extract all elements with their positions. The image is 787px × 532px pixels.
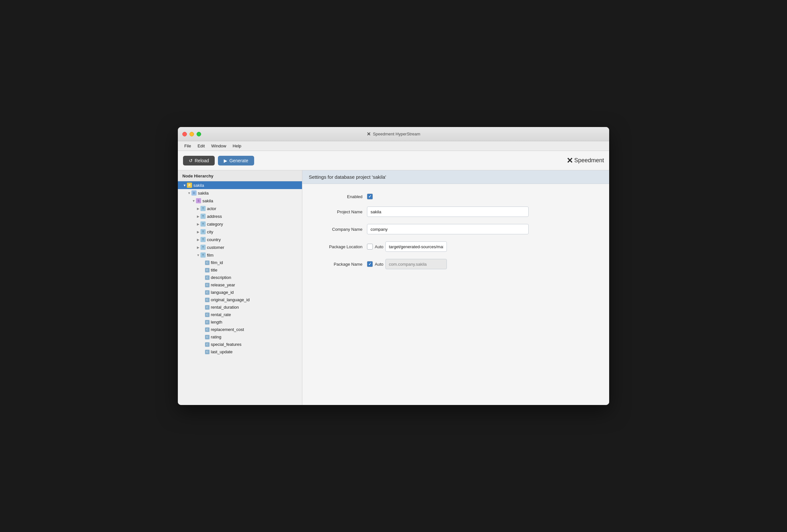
column-icon: C [205,320,210,325]
speedment-logo: ✕ Speedment [567,156,604,165]
tree-item-actor[interactable]: ▶ T actor [178,205,302,212]
menu-file[interactable]: File [181,142,194,149]
menu-edit[interactable]: Edit [194,142,208,149]
tree-item-rental-duration[interactable]: ▶ C rental_duration [178,304,302,311]
tree-label: film [207,253,213,258]
package-name-auto-checkbox[interactable]: ✓ [367,261,373,267]
column-icon: C [205,283,210,287]
package-name-label: Package Name [315,262,367,267]
close-button[interactable] [183,132,187,136]
tree-item-city[interactable]: ▶ T city [178,228,302,236]
package-name-row: Package Name ✓ Auto [315,259,596,269]
column-icon: C [205,313,210,317]
tree-item-language-id[interactable]: ▶ C language_id [178,289,302,296]
tree-item-title[interactable]: ▶ C title [178,266,302,274]
tree-item-length[interactable]: ▶ C length [178,318,302,326]
tree-item-description[interactable]: ▶ C description [178,274,302,281]
tree-label: country [207,237,221,242]
tree-label: sakila [198,191,209,196]
toolbar-left: ↺ Reload ▶ Generate [183,156,254,165]
generate-icon: ▶ [224,158,227,163]
chevron-down-icon: ▼ [187,191,191,195]
menu-help[interactable]: Help [230,142,245,149]
tree-label: rating [211,334,221,339]
tree-label: language_id [211,290,234,295]
chevron-down-icon: ▼ [191,199,196,203]
reload-label: Reload [195,158,209,163]
tree-item-release-year[interactable]: ▶ C release_year [178,281,302,289]
tree-item-special-features[interactable]: ▶ C special_features [178,341,302,348]
main-window: ✕ Speedment HyperStream File Edit Window… [178,127,609,405]
chevron-down-icon: ▼ [196,253,200,257]
chevron-right-icon: ▶ [196,215,200,218]
tree-item-country[interactable]: ▶ T country [178,236,302,243]
table-icon: T [200,245,206,250]
generate-button[interactable]: ▶ Generate [218,156,254,165]
tree-item-sakila-schema[interactable]: ▼ S sakila [178,197,302,205]
logo-text: Speedment [574,157,604,164]
column-icon: C [205,261,210,265]
tree-item-sakila-project[interactable]: ▼ P sakila [178,181,302,189]
minimize-button[interactable] [190,132,194,136]
db-icon: D [191,191,197,196]
chevron-right-icon: ▶ [196,238,200,241]
enabled-checkbox[interactable]: ✓ [367,194,373,199]
chevron-right-icon: ▶ [196,207,200,210]
tree-item-last-update[interactable]: ▶ C last_update [178,348,302,356]
tree-label: last_update [211,349,233,354]
tree-item-customer[interactable]: ▶ T customer [178,243,302,251]
tree-label: customer [207,245,224,250]
column-icon: C [205,342,210,347]
tree-item-address[interactable]: ▶ T address [178,212,302,220]
package-name-auto-label: Auto [375,262,383,267]
column-icon: C [205,350,210,354]
package-location-auto-checkbox[interactable] [367,244,373,249]
sidebar-header: Node Hierarchy [178,170,302,181]
content-panel: Settings for database project 'sakila' E… [302,170,609,405]
check-icon: ✓ [368,194,371,199]
tree-item-film-id[interactable]: ▶ C film_id [178,259,302,266]
traffic-lights [183,132,201,136]
company-name-input[interactable] [367,224,529,234]
project-name-input[interactable] [367,206,529,217]
chevron-down-icon: ▼ [183,183,187,187]
tree-item-rental-rate[interactable]: ▶ C rental_rate [178,311,302,318]
chevron-right-icon: ▶ [196,230,200,234]
package-name-input[interactable] [385,259,447,269]
logo-icon: ✕ [567,156,573,165]
table-icon: T [200,237,206,242]
project-icon: P [187,183,192,188]
settings-area: Enabled ✓ Project Name Company Name [302,184,609,405]
maximize-button[interactable] [197,132,201,136]
company-name-row: Company Name [315,224,596,234]
menu-bar: File Edit Window Help [178,141,609,151]
check-icon: ✓ [368,262,371,266]
title-text: Speedment HyperStream [373,132,420,136]
tree-item-original-language-id[interactable]: ▶ C original_language_id [178,296,302,304]
tree-label: address [207,214,222,219]
window-title: ✕ Speedment HyperStream [367,131,420,137]
tree-item-film[interactable]: ▼ T film [178,251,302,259]
tree-label: rental_rate [211,312,231,317]
column-icon: C [205,268,210,272]
enabled-row: Enabled ✓ [315,194,596,199]
tree-label: special_features [211,342,241,347]
tree-label: sakila [193,183,204,188]
tree-label: rental_duration [211,305,239,310]
content-header: Settings for database project 'sakila' [302,170,609,184]
column-icon: C [205,305,210,310]
package-location-input[interactable] [385,241,447,252]
title-bar: ✕ Speedment HyperStream [178,127,609,141]
menu-window[interactable]: Window [208,142,229,149]
schema-icon: S [196,198,201,203]
tree-item-replacement-cost[interactable]: ▶ C replacement_cost [178,326,302,333]
tree-label: city [207,229,213,234]
table-icon: T [200,252,206,258]
tree-item-sakila-db[interactable]: ▼ D sakila [178,189,302,197]
toolbar: ↺ Reload ▶ Generate ✕ Speedment [178,151,609,170]
tree-item-rating[interactable]: ▶ C rating [178,333,302,341]
reload-button[interactable]: ↺ Reload [183,156,215,165]
project-name-label: Project Name [315,209,367,214]
tree-item-category[interactable]: ▶ T category [178,220,302,228]
package-location-auto-label: Auto [375,244,383,249]
